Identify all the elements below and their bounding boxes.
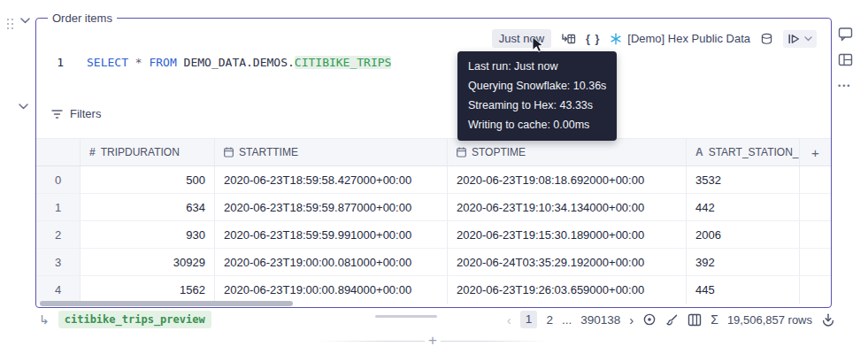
filters-bar[interactable]: Filters: [51, 107, 101, 120]
cell-value: 2020-06-23T19:15:30.189000+00:00: [448, 221, 687, 248]
add-column-button[interactable]: +: [800, 139, 831, 165]
run-cell-group: [783, 30, 817, 48]
string-type-icon: A: [695, 146, 703, 158]
cell-empty: [800, 249, 831, 275]
notebook-canvas: Order items Just now { } [Demo] Hex Publ…: [0, 0, 868, 354]
column-header-starttime[interactable]: STARTTIME: [215, 139, 448, 165]
page-1-button[interactable]: 1: [520, 311, 538, 328]
horizontal-scrollbar[interactable]: [40, 301, 293, 306]
cell-collapse-chevron-icon[interactable]: [20, 18, 30, 24]
line-number: 1: [51, 56, 64, 69]
layout-view-icon[interactable]: [838, 53, 853, 66]
sql-cell: Order items Just now { } [Demo] Hex Publ…: [35, 18, 832, 308]
calendar-icon: [224, 147, 234, 158]
sql-table-ref: CITIBIKE_TRIPS: [295, 56, 392, 69]
cell-value: 445: [687, 276, 800, 304]
comments-icon[interactable]: [838, 27, 853, 42]
column-header-start-station[interactable]: A START_STATION_: [687, 139, 800, 165]
row-index: 0: [36, 166, 81, 193]
mouse-cursor-icon: [532, 36, 544, 53]
table-row: 1 634 2020-06-23T18:59:59.877000+00:00 2…: [36, 194, 831, 221]
cell-value: 2020-06-23T18:59:58.427000+00:00: [215, 166, 448, 193]
cell-title[interactable]: Order items: [48, 12, 117, 25]
calendar-icon: [457, 147, 466, 158]
sql-code-line: SELECT * FROM DEMO_DATA.DEMOS.CITIBIKE_T…: [87, 56, 391, 69]
column-header-stoptime[interactable]: STOPTIME: [448, 139, 687, 165]
output-collapse-chevron-icon[interactable]: [19, 104, 28, 110]
connection-selector[interactable]: [Demo] Hex Public Data: [610, 32, 750, 45]
run-options-chevron-icon[interactable]: [804, 36, 812, 42]
cell-value: 3532: [687, 166, 800, 193]
cell-drag-handle-icon[interactable]: [7, 19, 14, 30]
cell-empty: [800, 194, 831, 220]
table-footer-controls: ‹ 1 2 ... 390138 › Σ 19,506,857 rows: [507, 310, 835, 329]
cell-value: 1562: [81, 276, 215, 304]
next-page-button[interactable]: ›: [629, 312, 634, 327]
sql-star: *: [135, 56, 142, 69]
cell-value: 2020-06-23T19:10:34.134000+00:00: [448, 194, 687, 220]
cell-value: 2020-06-23T18:59:59.877000+00:00: [215, 194, 448, 220]
snowflake-icon: [610, 33, 622, 45]
cell-value: 2020-06-23T19:00:00.894000+00:00: [215, 276, 448, 304]
cell-value: 392: [687, 249, 800, 275]
aggregate-sigma-icon[interactable]: Σ: [711, 312, 718, 327]
preview-eye-icon[interactable]: [642, 312, 657, 327]
table-row: 2 930 2020-06-23T18:59:59.991000+00:00 2…: [36, 221, 831, 249]
table-header-row: # TRIPDURATION STARTTIME STOPTIME A STAR…: [36, 138, 831, 166]
sql-schema: DEMO_DATA.DEMOS.: [184, 56, 295, 69]
cell-empty: [800, 221, 831, 248]
cell-value: 2006: [687, 221, 800, 248]
result-variable-badge[interactable]: citibike_trips_preview: [58, 311, 211, 328]
cell-value: 634: [81, 194, 215, 220]
cell-value: 2020-06-23T19:26:03.659000+00:00: [448, 276, 687, 304]
database-icon[interactable]: [760, 32, 773, 46]
row-index: 1: [36, 194, 81, 220]
parameters-braces-icon[interactable]: { }: [586, 33, 600, 45]
page-2-button[interactable]: 2: [546, 313, 553, 327]
table-row: 3 30929 2020-06-23T19:00:00.081000+00:00…: [36, 249, 831, 276]
prev-page-button[interactable]: ‹: [507, 312, 511, 327]
cell-value: 2020-06-24T03:35:29.192000+00:00: [448, 249, 687, 275]
cell-value: 2020-06-23T18:59:59.991000+00:00: [215, 221, 448, 248]
table-resize-handle[interactable]: [375, 315, 437, 318]
index-header: [36, 139, 81, 165]
cell-value: 500: [81, 166, 215, 193]
run-cell-icon[interactable]: [787, 33, 801, 45]
row-index: 4: [36, 276, 81, 304]
result-table: # TRIPDURATION STARTTIME STOPTIME A STAR…: [36, 138, 831, 304]
cell-value: 930: [81, 221, 215, 248]
sql-keyword: SELECT: [87, 56, 128, 69]
table-row: 4 1562 2020-06-23T19:00:00.894000+00:00 …: [36, 276, 831, 304]
cell-value: 442: [687, 194, 800, 220]
columns-icon[interactable]: [687, 313, 702, 327]
cell-value: 2020-06-23T19:00:00.081000+00:00: [215, 249, 448, 275]
add-cell-button[interactable]: +: [425, 331, 441, 350]
cell-empty: [800, 166, 831, 193]
return-arrow-icon: ↳: [39, 312, 50, 327]
sql-keyword: FROM: [149, 56, 176, 69]
cell-empty: [800, 276, 831, 304]
more-options-icon[interactable]: •••: [838, 81, 851, 90]
format-brush-icon[interactable]: [665, 313, 679, 327]
tooltip-line: Writing to cache: 0.00ms: [468, 115, 606, 135]
cell-value: 2020-06-23T19:08:18.692000+00:00: [448, 166, 687, 193]
column-header-tripduration[interactable]: # TRIPDURATION: [81, 139, 215, 165]
tooltip-line: Querying Snowflake: 10.36s: [468, 76, 606, 96]
open-as-table-icon[interactable]: [561, 32, 576, 46]
table-row: 0 500 2020-06-23T18:59:58.427000+00:00 2…: [36, 166, 831, 194]
filter-icon: [51, 109, 63, 119]
download-icon[interactable]: [821, 312, 835, 327]
sql-editor[interactable]: 1 SELECT * FROM DEMO_DATA.DEMOS.CITIBIKE…: [51, 56, 391, 69]
row-index: 3: [36, 249, 81, 275]
cell-value: 30929: [81, 249, 215, 275]
filters-label: Filters: [70, 107, 101, 120]
last-page-button[interactable]: 390138: [580, 313, 620, 327]
output-variable-row: ↳ citibike_trips_preview: [39, 311, 211, 328]
run-stats-tooltip: Last run: Just now Querying Snowflake: 1…: [457, 51, 617, 141]
page-ellipsis: ...: [562, 313, 572, 327]
tooltip-line: Last run: Just now: [468, 57, 606, 76]
connection-label: [Demo] Hex Public Data: [627, 32, 750, 45]
row-index: 2: [36, 221, 81, 248]
number-type-icon: #: [89, 146, 96, 158]
tooltip-line: Streaming to Hex: 43.33s: [468, 96, 606, 115]
